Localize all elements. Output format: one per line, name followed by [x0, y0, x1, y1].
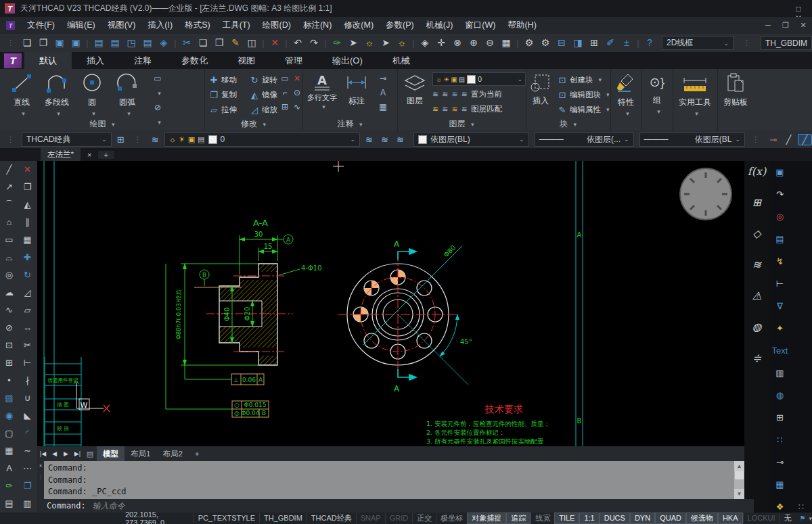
toolbar-grip[interactable]: ⋮ [134, 135, 142, 144]
pan-icon[interactable]: ✛ [433, 34, 449, 52]
layout-tab[interactable]: 布局1 [125, 446, 156, 461]
break-icon[interactable]: ∤ [18, 372, 37, 389]
rectangle-tool[interactable]: ▭ ▾ [150, 72, 165, 101]
menu-item[interactable]: 修改(M) [338, 20, 380, 31]
navigation-wheel[interactable] [680, 168, 731, 220]
layer-unisolate-icon[interactable]: ≋ [442, 90, 448, 99]
zoom-previous-icon[interactable]: ⊖ [482, 34, 498, 52]
panel-label-block[interactable]: 块 ▾ [526, 118, 610, 130]
rectangle-icon[interactable]: ▭ [0, 231, 18, 249]
stretch-icon[interactable]: ▱ [18, 302, 37, 319]
plus-minus-icon[interactable]: ± [618, 34, 635, 52]
cube-3d-icon[interactable]: ◈ [417, 34, 433, 52]
undo-icon[interactable]: ↶ [290, 34, 306, 52]
layer-off-icon[interactable]: ☼ [436, 76, 442, 83]
status-toggle[interactable]: GRID [385, 513, 413, 523]
layer-lock-2-icon[interactable]: ≋ [461, 90, 468, 99]
select-similar-icon[interactable]: ➤ [378, 34, 394, 52]
layer-walk-icon[interactable]: ≋ [461, 105, 468, 114]
menu-item[interactable]: 绘图(D) [256, 20, 297, 31]
lineweight-select[interactable]: ———依图层(BL ⌄ [639, 133, 745, 147]
create-block-icon[interactable]: ⊞ [0, 354, 18, 372]
ellipse-icon[interactable]: ⊘ [0, 319, 18, 337]
stretch-button[interactable]: ▱拉伸 [208, 103, 237, 116]
column-tool-icon[interactable]: ▥ [775, 368, 784, 378]
datum-icon[interactable]: ∇ [777, 301, 783, 311]
status-toggle[interactable]: 正交 [412, 513, 436, 523]
chevron-down-icon[interactable]: ▾ [809, 515, 812, 522]
line-icon[interactable]: ╱ [0, 161, 18, 178]
mtext-button[interactable]: A 多行文字▾ [305, 72, 339, 111]
cut-icon[interactable]: ✂ [179, 34, 195, 52]
edit-block-button[interactable]: ⊡编辑图块▾ [557, 88, 610, 101]
format-painter-icon[interactable]: ✎ [227, 34, 244, 52]
array-edit-icon[interactable]: ∷ [777, 435, 782, 445]
layer-match-button[interactable]: 图层匹配 [471, 104, 502, 114]
separator-icon[interactable]: | [283, 34, 290, 52]
document-tab[interactable]: 左法兰* [41, 148, 81, 161]
zoom-extent-icon[interactable]: ⊗ [449, 34, 466, 52]
ribbon-tab[interactable]: 视图 [223, 52, 270, 69]
boundary-icon[interactable]: ▢ [0, 425, 18, 442]
scale-icon[interactable]: ◿ [18, 284, 37, 302]
mdi-window-control[interactable]: ✕ [794, 21, 812, 30]
properties-panel-icon[interactable]: ◨ [570, 34, 586, 52]
text-icon[interactable]: A [0, 460, 18, 477]
status-toggle[interactable]: LOCKUI [743, 513, 780, 523]
toolbar-grip[interactable]: ⋮ [7, 135, 15, 144]
linetype-select[interactable]: ———依图层(... ⌄ [535, 133, 634, 147]
polyline-edit-icon[interactable]: ↷ [776, 189, 784, 199]
print-icon[interactable]: ▤ [91, 34, 107, 52]
status-toggle[interactable]: QUAD [655, 513, 686, 524]
bulb-icon[interactable]: ☼ [169, 135, 176, 143]
chamfer-icon[interactable]: ◣ [18, 407, 37, 425]
status-toggle[interactable]: 对象捕捉 [467, 513, 506, 524]
set-current-button[interactable]: 置为当前 [471, 89, 502, 99]
copy-nested-icon[interactable]: ❐ [18, 477, 37, 495]
close-tab-icon[interactable]: × [87, 151, 91, 159]
status-toggle[interactable]: DUCS [600, 513, 630, 524]
layout-nav-button[interactable]: ▶| [72, 450, 83, 457]
layer-lock-icon[interactable]: ▣ [451, 76, 457, 83]
problems-panel-icon[interactable]: ⚠ [748, 289, 766, 302]
settings-sliders-icon[interactable]: ≑ [748, 352, 766, 364]
properties-button[interactable]: 特性▾ [610, 72, 641, 118]
drag-handle[interactable]: ⋮ [37, 474, 44, 480]
view-cube-icon[interactable]: ◇ [748, 227, 766, 240]
dim-style-select[interactable]: TH_GBDIM [761, 36, 812, 50]
arc-button[interactable]: 圆弧▾ [112, 72, 143, 118]
mirror-icon[interactable]: ◭ [18, 196, 37, 214]
arc-continue-icon[interactable]: ⌓ [0, 249, 18, 266]
copy-button[interactable]: ❐复制 [208, 88, 237, 101]
status-toggle[interactable]: 极坐标 [436, 513, 467, 523]
batch-plot-icon[interactable]: ▤ [139, 34, 156, 52]
eyedropper-add-icon[interactable]: ✑ [329, 34, 345, 52]
save-as-icon[interactable]: ▣ [68, 34, 84, 52]
layer-walk-icon[interactable]: ≋ [394, 135, 407, 145]
status-toggle[interactable]: 无 [780, 513, 796, 523]
open-file-icon[interactable]: ❐ [35, 34, 51, 52]
panel-label-draw[interactable]: 绘图 ▾ [0, 118, 204, 130]
ribbon-tab[interactable]: 注释 [119, 52, 166, 69]
select-bulb-icon[interactable]: ☼ [361, 34, 378, 52]
select-cursor-icon[interactable]: ➤ [345, 34, 361, 52]
menu-item[interactable]: 文件(F) [21, 20, 61, 31]
menu-item[interactable]: 参数(P) [380, 20, 420, 31]
table-style-icon[interactable]: ▦ [775, 479, 784, 490]
command-history[interactable]: × ⋮ Command:Command:Command: _PC_ccd ▲ ▼ [37, 461, 744, 499]
add-layout-button[interactable]: + [189, 446, 206, 461]
scroll-down-icon[interactable]: ▼ [734, 489, 744, 499]
standards-icon[interactable]: ❖ [776, 502, 784, 512]
toolbar-grip[interactable]: ⋮ [7, 39, 15, 47]
command-scrollbar[interactable]: ▲ ▼ [734, 461, 744, 499]
status-toggle[interactable]: 1:1 [579, 513, 599, 524]
line-tool-icon[interactable]: ╱ [782, 135, 795, 145]
circle-button[interactable]: 圆▾ [78, 72, 106, 118]
handle-dots-icon[interactable]: ∷ [798, 502, 804, 512]
extend-icon[interactable]: ⊢ [18, 354, 37, 372]
toolbar-grip[interactable]: ⋮ [743, 39, 751, 47]
match-prop-icon[interactable]: ✑ [0, 477, 18, 495]
plot-preview-icon[interactable]: ◳ [123, 34, 139, 52]
layer-plot-icon[interactable]: ▤ [459, 76, 465, 83]
viewport-icon[interactable]: ▣ [775, 167, 784, 177]
